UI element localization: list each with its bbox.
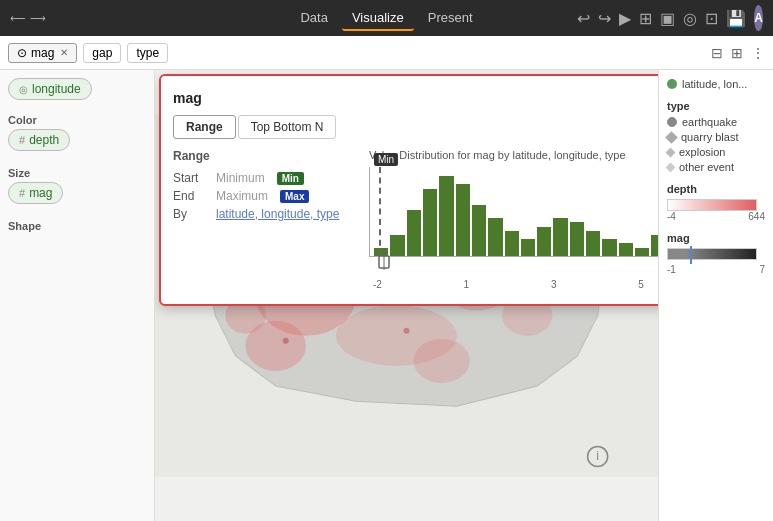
depth-color-pill[interactable]: # depth — [8, 129, 70, 151]
hist-x-labels: -2 1 3 5 8 — [369, 277, 658, 292]
start-row: Start Minimum Min — [173, 171, 353, 185]
hist-x-label-1: 1 — [464, 279, 470, 290]
tab-range[interactable]: Range — [173, 115, 236, 139]
color-shelf-label: Color — [8, 114, 146, 126]
depth-gradient-vals: -4 644 — [667, 211, 765, 222]
hist-bar[interactable] — [407, 210, 421, 256]
visualize-tab[interactable]: Visualize — [342, 6, 414, 31]
svg-text:i: i — [596, 449, 599, 463]
explosion-diamond — [666, 147, 676, 157]
filter-tag-mag[interactable]: ⊙ mag ✕ — [8, 43, 77, 63]
hist-bar[interactable] — [635, 248, 649, 256]
hist-title: Value Distribution for mag by latitude, … — [369, 149, 658, 161]
hist-bar[interactable] — [390, 235, 404, 256]
hist-bar[interactable] — [439, 176, 453, 256]
monitor-icon[interactable]: ▣ — [660, 9, 675, 28]
hist-bar[interactable] — [472, 205, 486, 256]
by-row: By latitude, longitude, type — [173, 207, 353, 221]
max-badge: Max — [280, 190, 309, 203]
by-value[interactable]: latitude, longitude, type — [216, 207, 339, 221]
end-value: Maximum — [216, 189, 268, 203]
longitude-label: longitude — [32, 82, 81, 96]
explosion-item: explosion — [667, 146, 765, 158]
other-event-diamond — [666, 162, 676, 172]
redo-icon[interactable]: ↪ — [598, 9, 611, 28]
other-event-label: other event — [679, 161, 734, 173]
range-controls: Range Start Minimum Min End Maximum Max … — [173, 149, 353, 292]
end-label: End — [173, 189, 208, 203]
mag-label: mag — [29, 186, 52, 200]
avatar[interactable]: A — [754, 5, 763, 31]
location-icon[interactable]: ◎ — [683, 9, 697, 28]
depth-min-val: -4 — [667, 211, 676, 222]
main-content: ◎ longitude Color # depth Size # mag Sha… — [0, 70, 773, 521]
start-label: Start — [173, 171, 208, 185]
filter-tag-gap[interactable]: gap — [83, 43, 121, 63]
hist-min-label: Min — [374, 153, 398, 166]
range-section: Range Start Minimum Min End Maximum Max … — [173, 149, 658, 292]
hist-bar[interactable] — [553, 218, 567, 256]
filter-settings-icon[interactable]: ⊟ — [711, 45, 723, 61]
hist-bar[interactable] — [456, 184, 470, 256]
quarry-blast-diamond — [665, 131, 678, 144]
mag-indicator — [690, 246, 692, 264]
play-icon[interactable]: ▶ — [619, 9, 631, 28]
popup-title: mag — [173, 90, 202, 106]
hist-bar[interactable] — [586, 231, 600, 256]
hist-bar[interactable] — [488, 218, 502, 256]
depth-max-val: 644 — [748, 211, 765, 222]
present-tab[interactable]: Present — [418, 6, 483, 31]
grid-icon[interactable]: ⊞ — [639, 9, 652, 28]
earthquake-dot — [667, 117, 677, 127]
type-section: type earthquake quarry blast explosion o… — [667, 100, 765, 173]
min-line — [379, 167, 381, 256]
longitude-pill[interactable]: ◎ longitude — [8, 78, 92, 100]
popup-header: mag ⊟ ✕ — [173, 88, 658, 107]
start-value: Minimum — [216, 171, 265, 185]
filter-layout-icon[interactable]: ⊞ — [731, 45, 743, 61]
toolbar: ⟵ ⟶ Data Visualize Present ↩ ↪ ▶ ⊞ ▣ ◎ ⊡… — [0, 0, 773, 36]
hist-bar[interactable] — [602, 239, 616, 256]
mag-size-pill[interactable]: # mag — [8, 182, 63, 204]
slider-min[interactable] — [378, 254, 390, 273]
explosion-label: explosion — [679, 146, 725, 158]
min-badge: Min — [277, 172, 304, 185]
earthquake-label: earthquake — [682, 116, 737, 128]
hist-bar[interactable] — [651, 235, 658, 256]
size-shelf-label: Size — [8, 167, 146, 179]
color-shelf: Color # depth — [8, 110, 146, 151]
lat-lon-dot — [667, 79, 677, 89]
popup-tabs: Range Top Bottom N — [173, 115, 658, 139]
svg-point-7 — [414, 339, 470, 383]
svg-point-11 — [403, 328, 409, 334]
filter-type-label: type — [136, 46, 159, 60]
shape-shelf-label: Shape — [8, 220, 146, 232]
mag-max-val: 7 — [759, 264, 765, 275]
by-label: By — [173, 207, 208, 221]
hist-bar[interactable] — [570, 222, 584, 256]
hist-bar[interactable] — [619, 243, 633, 256]
save-icon[interactable]: 💾 — [726, 9, 746, 28]
hist-bar[interactable] — [505, 231, 519, 256]
filter-tag-type[interactable]: type — [127, 43, 168, 63]
hist-bar[interactable] — [521, 239, 535, 256]
shape-shelf: Shape — [8, 216, 146, 232]
lat-lon-label: latitude, lon... — [682, 78, 747, 90]
histogram: Value Distribution for mag by latitude, … — [369, 149, 658, 292]
data-tab[interactable]: Data — [290, 6, 337, 31]
expand-icon[interactable]: ⊡ — [705, 9, 718, 28]
hist-bar[interactable] — [537, 227, 551, 256]
mag-gradient-vals: -1 7 — [667, 264, 765, 275]
filter-gap-label: gap — [92, 46, 112, 60]
quarry-blast-item: quarry blast — [667, 131, 765, 143]
undo-icon[interactable]: ↩ — [577, 9, 590, 28]
more-options-icon[interactable]: ⋮ — [751, 45, 765, 61]
depth-legend-title: depth — [667, 183, 765, 195]
filter-close-icon[interactable]: ✕ — [60, 47, 68, 58]
hist-x-label-0: -2 — [373, 279, 382, 290]
hist-bar[interactable] — [423, 189, 437, 256]
earthquake-item: earthquake — [667, 116, 765, 128]
depth-gradient — [667, 199, 757, 211]
mag-min-val: -1 — [667, 264, 676, 275]
tab-top-bottom[interactable]: Top Bottom N — [238, 115, 337, 139]
